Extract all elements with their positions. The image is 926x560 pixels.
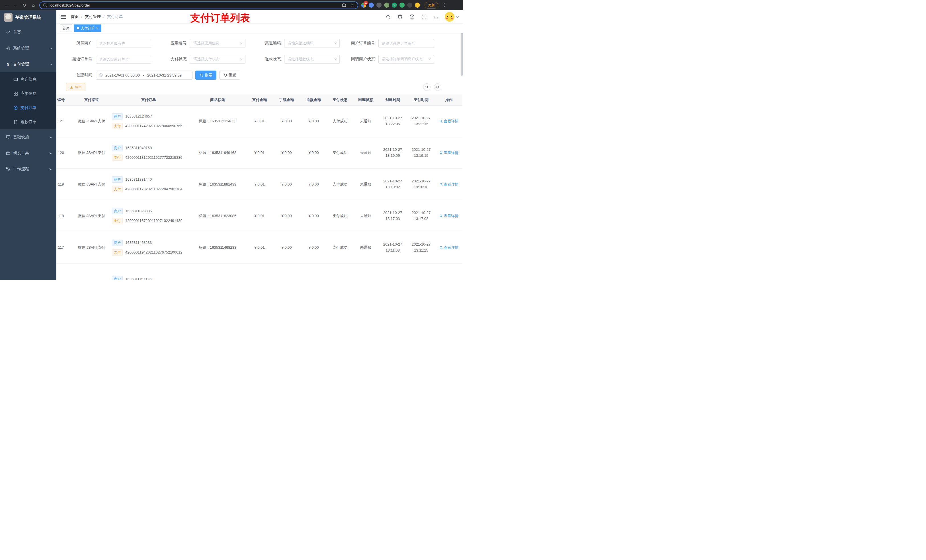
address-bar[interactable]: i localhost:1024/pay/order ☆ [39, 2, 358, 9]
date-range-picker[interactable]: 2021-10-01 00:00:00 - 2021-10-31 23:59:5… [96, 71, 192, 80]
tab-首页[interactable]: 首页 [60, 24, 72, 32]
breadcrumb-item[interactable]: 支付管理 [85, 14, 101, 20]
filter-input[interactable] [382, 41, 431, 45]
sidebar-item-refund-order[interactable]: 退款订单 [0, 115, 56, 129]
breadcrumb: 首页/支付管理/支付订单 [71, 14, 123, 20]
cell-order: 商户1635311468233 支付4200001194202110276752… [108, 232, 189, 263]
toolbox-icon [6, 151, 11, 155]
chat-extension-icon[interactable] [399, 3, 405, 8]
help-icon[interactable]: ? [409, 14, 415, 20]
view-detail-link[interactable]: 查看详情 [439, 150, 458, 155]
puzzle-extension-icon[interactable]: 10 [361, 3, 366, 8]
filter-select-回调商户状态[interactable]: 请选择订单回调商户状态 [378, 54, 434, 64]
pay-tag: 支付 [112, 123, 123, 129]
view-detail-link[interactable]: 查看详情 [439, 119, 458, 124]
drop-extension-icon[interactable] [369, 3, 374, 8]
sidebar-item-system[interactable]: 系统管理 [0, 41, 56, 56]
pay-tag: 支付 [112, 218, 123, 224]
cell-channel: 微信 JSAPI 支付 [75, 105, 108, 137]
cell-title: 标题：1635311881439 [189, 169, 246, 200]
bookmark-star-icon[interactable]: ☆ [351, 3, 354, 8]
app-logo[interactable]: 芋道管理系统 [0, 10, 56, 24]
column-header: 退款金额 [300, 95, 327, 105]
leaf-extension-icon[interactable] [384, 3, 389, 8]
filter-select-应用编号[interactable]: 请选择应用信息 [190, 39, 245, 48]
back-icon[interactable]: ← [3, 3, 9, 8]
cell-status: 支付成功 [327, 232, 353, 263]
view-detail-link[interactable]: 查看详情 [439, 245, 458, 250]
column-header: 创建时间 [378, 95, 407, 105]
topbar-actions: ? TT [385, 12, 458, 22]
filter-input-所属商户[interactable] [96, 39, 151, 48]
filter-input[interactable] [99, 41, 148, 45]
pin-extension-icon[interactable] [407, 3, 412, 8]
active-dot-icon [77, 27, 79, 29]
cell-pay-time [407, 263, 436, 280]
view-detail-link[interactable]: 查看详情 [439, 213, 458, 219]
cell-fee: ¥ 0.00 [273, 232, 300, 263]
merchant-tag: 商户 [112, 113, 123, 119]
filter-item: 应用编号 请选择应用信息 [156, 39, 251, 48]
tab-支付订单[interactable]: 支付订单 × [74, 24, 101, 32]
column-header: 回调状态 [353, 95, 378, 105]
filter-input[interactable] [99, 57, 148, 62]
share-icon[interactable] [342, 3, 346, 8]
table-tools [423, 83, 441, 91]
sidebar-item-pay-order[interactable]: 支付订单 [0, 101, 56, 115]
sidebar-item-workflow[interactable]: 工作流程 [0, 161, 56, 177]
browser-update-button[interactable]: 更新 [425, 2, 438, 9]
user-menu[interactable] [445, 12, 458, 22]
search-icon [439, 183, 443, 186]
smiley-extension-icon[interactable] [415, 3, 420, 8]
filter-input-渠道订单号[interactable] [96, 54, 151, 64]
forward-icon[interactable]: → [12, 3, 18, 8]
card-icon [13, 77, 18, 82]
browser-menu-icon[interactable]: ⋮ [442, 3, 446, 8]
filter-label: 渠道订单号 [62, 57, 96, 62]
filter-select-渠道编码[interactable]: 请输入渠道编码 [284, 39, 340, 48]
search-icon [439, 246, 443, 249]
globe-extension-icon[interactable] [377, 3, 381, 8]
filter-label: 退款状态 [251, 57, 284, 62]
check-extension-icon[interactable]: V [392, 3, 397, 8]
sidebar-toggle-icon[interactable] [61, 15, 66, 19]
export-button[interactable]: 导出 [66, 83, 85, 91]
view-detail-link[interactable]: 查看详情 [439, 182, 458, 187]
sidebar-item-infrastructure[interactable]: 基础设施 [0, 129, 56, 145]
toggle-search-button[interactable] [423, 83, 431, 91]
column-header: 支付状态 [327, 95, 353, 105]
filter-label: 回调商户状态 [345, 57, 378, 62]
close-icon[interactable]: × [96, 25, 98, 32]
sidebar-menu: 首页 系统管理 ¥ 支付管理 商户信息 应用信息 支付订单 [0, 24, 56, 177]
fullscreen-icon[interactable] [421, 14, 427, 20]
user-avatar [445, 12, 454, 22]
sidebar-item-merchant-info[interactable]: 商户信息 [0, 72, 56, 86]
filter-select-退款状态[interactable]: 请选择退款状态 [284, 54, 340, 64]
font-size-icon[interactable]: TT [433, 14, 439, 20]
github-icon[interactable] [397, 14, 403, 20]
refresh-icon [224, 73, 227, 77]
pay-tag: 支付 [112, 249, 123, 255]
sidebar-item-payment[interactable]: ¥ 支付管理 [0, 56, 56, 72]
site-info-icon[interactable]: i [43, 3, 47, 7]
sidebar-item-dev-tools[interactable]: 研发工具 [0, 145, 56, 161]
search-icon[interactable] [385, 14, 391, 20]
search-button[interactable]: 搜索 [195, 71, 216, 80]
column-header: 操作 [436, 95, 462, 105]
home-icon[interactable]: ⌂ [30, 3, 36, 8]
reload-icon[interactable]: ↻ [21, 3, 27, 8]
sidebar-item-app-info[interactable]: 应用信息 [0, 86, 56, 101]
table-row: 120 微信 JSAPI 支付 商户1635311949168 支付420000… [56, 137, 462, 169]
filter-input-商户订单编号[interactable] [378, 39, 434, 48]
reset-button[interactable]: 重置 [219, 71, 240, 80]
cell-create-time: 2021-10-2713:22:05 [378, 105, 407, 137]
extension-badge: 10 [364, 1, 368, 5]
cell-order: 商户1635311881440 支付4200001173202110272847… [108, 169, 189, 200]
breadcrumb-item[interactable]: 首页 [71, 14, 79, 20]
merchant-tag: 商户 [112, 145, 123, 151]
refresh-table-button[interactable] [434, 83, 441, 91]
sidebar-item-home[interactable]: 首页 [0, 24, 56, 41]
filter-select-支付状态[interactable]: 请选择支付状态 [190, 54, 245, 64]
grid-icon [13, 91, 18, 96]
url-text[interactable]: localhost:1024/pay/order [50, 3, 338, 8]
